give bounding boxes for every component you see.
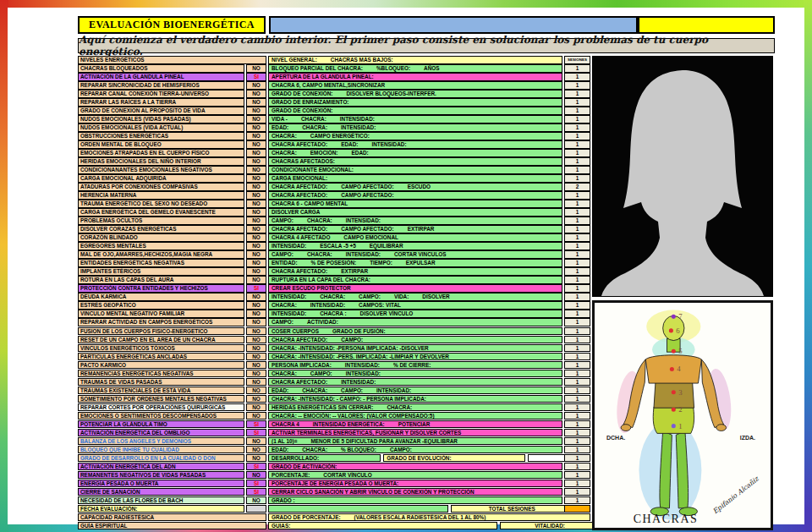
row-label[interactable]: TRAUMAS DE VIDAS PASADAS	[78, 378, 244, 387]
row-label[interactable]: CAPACIDAD RADIESTÉSICA	[78, 513, 266, 522]
sessions-cell[interactable]: 1	[564, 318, 590, 326]
date-field[interactable]	[638, 16, 775, 34]
cell[interactable]: EDAD:CHACRA:CAMPO:INTENSIDAD:	[268, 387, 562, 395]
cell[interactable]: CHACRA 4INTENSIDAD ENERGÉTICA:POTENCIAR	[268, 420, 562, 429]
row-label[interactable]: MAL DE OJO,AMARRES,HECHIZOS,MAGIA NEGRA	[78, 250, 244, 259]
cell[interactable]: CHACRA AFECTADO:CAMPO AFECTADO:ESCUDO	[268, 183, 562, 191]
row-value[interactable]: SI	[246, 420, 266, 429]
cell[interactable]	[268, 505, 448, 513]
cell[interactable]: CHACRA AFECTADO:CAMPO AFECTADO:	[268, 191, 562, 200]
cell[interactable]: DESARROLLADO:	[268, 454, 381, 463]
cell[interactable]: PORCENTAJE:CORTAR VÍNCULO	[268, 471, 562, 480]
sessions-cell[interactable]: SESIONES	[564, 56, 590, 64]
row-label[interactable]: ROTURA EN LAS CAPAS DEL AURA	[78, 276, 244, 284]
row-label[interactable]: NECESIDAD DE LAS FLORES DE BACH	[78, 496, 244, 505]
row-label[interactable]: NIVELES ENERGÉTICOS	[78, 56, 266, 64]
row-label[interactable]: REPARAR CORTES POR OPERACIÓNES QUIRURGIC…	[78, 403, 244, 412]
cell[interactable]: PORCENTAJE DE ENERGÍA PESADA O MUERTA:	[268, 480, 562, 488]
row-value[interactable]: NO	[246, 250, 266, 259]
row-value[interactable]: NO	[246, 301, 266, 310]
row-label[interactable]: IMPLANTES ETÉRICOS	[78, 267, 244, 276]
cell[interactable]: CHACRA:EMOCIÓN:EDAD:	[268, 149, 562, 157]
cell[interactable]: GRADO DE CONEXIÓN:DISOLVER BLOQUEOS-INTE…	[268, 90, 562, 98]
sessions-cell[interactable]: 1	[564, 98, 590, 107]
cell[interactable]: CAMPO:CHACRA:INTENSIDAD:	[268, 217, 562, 225]
row-value[interactable]: NO	[246, 353, 266, 361]
row-value[interactable]: NO	[246, 276, 266, 284]
row-label[interactable]: BLOQUEO QUE INHIBE TU CUALIDAD	[78, 446, 244, 454]
row-value[interactable]: NO	[246, 412, 266, 420]
row-label[interactable]: ACTIVACIÓN ENERGÉTICA DEL OMBLIGO	[78, 429, 244, 437]
row-label[interactable]: CONDICIONANANTES EMOCIONALES NEGATIVOS	[78, 166, 244, 174]
row-value[interactable]: NO	[246, 259, 266, 267]
row-label[interactable]: FUSION DE LOS CUERPOS FISICO-ENERGETICO	[78, 327, 244, 336]
cell[interactable]: CERRAR CICLO SANACIÓN Y ABRIR VÍNCULO DE…	[268, 488, 562, 496]
sessions-cell[interactable]: 1	[564, 81, 590, 90]
row-value[interactable]: NO	[246, 157, 266, 166]
sessions-cell[interactable]: 1	[564, 378, 590, 387]
cell[interactable]: CHACRA AFECTADO:CAMPO:	[268, 336, 562, 344]
row-value[interactable]: NO	[246, 327, 266, 336]
row-label[interactable]: FECHA EVALUACIÓN:	[78, 505, 244, 513]
cell[interactable]: TOTAL SESIONES	[451, 505, 573, 513]
cell[interactable]: RUPTURA EN LA CAPA DEL CHACRA:	[268, 276, 562, 284]
sessions-cell[interactable]: 1	[564, 463, 590, 471]
row-value[interactable]: NO	[246, 98, 266, 107]
row-value[interactable]: SI	[246, 463, 266, 471]
row-label[interactable]: ATADURAS POR CONEXIONES COMPASIVAS	[78, 183, 244, 191]
sessions-cell[interactable]: 1	[564, 250, 590, 259]
row-value[interactable]: NO	[246, 378, 266, 387]
cell[interactable]: HERIDAS ENERGÉTICAS SIN CERRAR:CHACRA:	[268, 403, 562, 412]
row-label[interactable]: PROTECCIÓN CONTRA ENTIDADES Y HECHIZOS	[78, 284, 244, 293]
cell[interactable]: GRADO DE ACTIVACIÓN:	[268, 463, 562, 471]
row-label[interactable]: VINCULOS ENERGÉTICOS TÓXICOS	[78, 344, 244, 353]
cell[interactable]: NIVEL GENERAL:CHACRAS MÁS BAJOS:	[268, 56, 562, 64]
row-label[interactable]: GRADO DE CONEXION AL PROPOSITO DE VIDA	[78, 107, 244, 115]
row-value[interactable]: SI	[246, 73, 266, 81]
sessions-cell[interactable]: 1	[564, 293, 590, 301]
row-value[interactable]: NO	[246, 90, 266, 98]
cell[interactable]: PERSONA IMPLICADA:INTENSIDAD:% DE CIERRE…	[268, 361, 562, 370]
row-value[interactable]: SI	[246, 480, 266, 488]
row-value[interactable]: NO	[246, 174, 266, 183]
row-label[interactable]: DEUDA KARMICA	[78, 293, 244, 301]
row-label[interactable]: REMANENCIAS ENERGÉTICAS NEGATIVAS	[78, 370, 244, 378]
row-label[interactable]: VINCULO MENTAL NEGATIVO FAMILIAR	[78, 310, 244, 318]
row-value[interactable]: NO	[246, 361, 266, 370]
sessions-cell[interactable]: 1	[564, 73, 590, 81]
cell[interactable]: CARGA EMOCIONAL:	[268, 174, 562, 183]
row-label[interactable]: TRAUMAS EXISTENCIALES DE ESTA VIDA	[78, 387, 244, 395]
sessions-cell[interactable]: 1	[564, 115, 590, 123]
cell[interactable]: CAMPO:CHACRA:INTENSIDAD:CORTAR VINCULOS	[268, 250, 562, 259]
row-value[interactable]: NO	[246, 140, 266, 149]
row-label[interactable]: GRADO DE DESARROLLO EN LA CUALIDAD O DON	[78, 454, 244, 463]
sessions-cell[interactable]: 1	[564, 429, 590, 437]
row-value[interactable]: NO	[246, 370, 266, 378]
cell[interactable]: GRADO DE ENRAIZAMIENTO:	[268, 98, 562, 107]
sessions-cell[interactable]: 1	[564, 327, 590, 336]
cell[interactable]: CHACRA: -INTENSIDAD: -PERSONA IMPLICADA:…	[268, 344, 562, 353]
name-field[interactable]	[269, 16, 638, 34]
cell[interactable]: INTENSIDAD:CHACRA :DISOLVER VÍNCULO	[268, 310, 562, 318]
cell[interactable]: CHACRA: -- EMOCIÓN: -- VALORES: (VALOR C…	[268, 412, 562, 420]
row-label[interactable]: SOMETIMIENTO POR ORDENES MENTALES NEGATI…	[78, 395, 244, 403]
row-value[interactable]: NO	[246, 64, 266, 73]
row-value[interactable]: NO	[246, 225, 266, 233]
row-value[interactable]: NO	[246, 446, 266, 454]
cell[interactable]: DISOLVER CARGA	[268, 208, 562, 217]
row-label[interactable]: HERENCIA MATERNA	[78, 191, 244, 200]
cell[interactable]: ACTIVAR TERMINALES ENERGÉTICAS, FUSIONAR…	[268, 429, 562, 437]
sessions-cell[interactable]: 1	[564, 107, 590, 115]
sessions-cell[interactable]: 1	[564, 166, 590, 174]
row-label[interactable]: CIERRE DE SANACIÓN	[78, 488, 244, 496]
sessions-cell[interactable]: 1	[564, 437, 590, 446]
sessions-cell[interactable]: 1	[564, 387, 590, 395]
cell[interactable]: CHACRA: -INTENSIDAD: -PERS. IMPLICADA: -…	[268, 353, 562, 361]
row-label[interactable]: CARGA EMOCIONAL ADQUIRIDA	[78, 174, 244, 183]
cell[interactable]: INTENSIDAD:ESCALA -5 +5EQUILIBRAR	[268, 242, 562, 250]
sessions-cell[interactable]	[564, 505, 590, 513]
sessions-cell[interactable]: 1	[564, 200, 590, 208]
cell[interactable]: EDAD:CHACRA:INTENSIDAD:	[268, 123, 562, 132]
sessions-cell[interactable]: 1	[564, 454, 590, 463]
row-label[interactable]: POTENCIAR LA GLÁNDULA TIMO	[78, 420, 244, 429]
